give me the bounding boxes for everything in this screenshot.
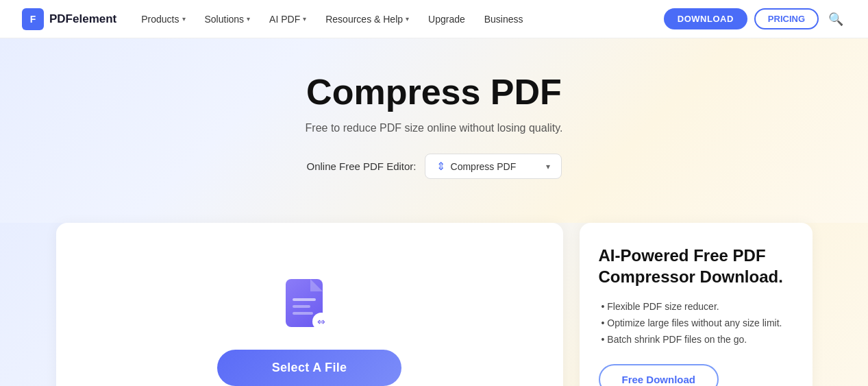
chevron-down-icon: ▾ [247, 15, 250, 23]
feature-item: • Flexible PDF size reducer. [599, 301, 793, 312]
chevron-down-icon: ▾ [303, 15, 306, 23]
nav-links: Products ▾ Solutions ▾ AI PDF ▾ Resource… [133, 8, 664, 30]
dropdown-inner: ⇕ Compress PDF [436, 160, 517, 173]
nav-item-resources[interactable]: Resources & Help ▾ [317, 8, 417, 30]
pricing-button[interactable]: PRICING [754, 8, 819, 29]
nav-item-products[interactable]: Products ▾ [133, 8, 193, 30]
feature-item: • Optimize large files without any size … [599, 317, 793, 328]
chevron-down-icon: ▾ [182, 15, 186, 23]
nav-item-upgrade[interactable]: Upgrade [420, 8, 473, 30]
search-icon[interactable]: 🔍 [826, 9, 846, 29]
free-download-button[interactable]: Free Download [599, 364, 719, 386]
hero-section: Compress PDF Free to reduce PDF size onl… [0, 38, 868, 223]
svg-text:⇔: ⇔ [317, 316, 325, 327]
svg-rect-2 [293, 305, 310, 308]
editor-row: Online Free PDF Editor: ⇕ Compress PDF ▾ [14, 154, 854, 179]
feature-item: • Batch shrink PDF files on the go. [599, 334, 793, 345]
logo-icon: F [22, 8, 44, 30]
editor-dropdown[interactable]: ⇕ Compress PDF ▾ [425, 154, 562, 179]
sidebar-title: AI-Powered Free PDF Compressor Download. [599, 245, 793, 287]
upload-box: ⇔ Select A File Or drag and drop a PDF f… [56, 223, 563, 386]
sidebar-card: AI-Powered Free PDF Compressor Download.… [580, 223, 813, 386]
pdf-svg-icon: ⇔ [286, 279, 330, 330]
sidebar-features-list: • Flexible PDF size reducer. • Optimize … [599, 301, 793, 345]
nav-item-ai-pdf[interactable]: AI PDF ▾ [261, 8, 314, 30]
svg-rect-1 [293, 298, 316, 301]
select-file-button[interactable]: Select A File [217, 350, 402, 386]
chevron-down-icon: ▾ [546, 162, 550, 171]
pdf-file-icon: ⇔ [286, 279, 334, 330]
nav-item-solutions[interactable]: Solutions ▾ [197, 8, 259, 30]
upload-icon-wrap: ⇔ [286, 279, 334, 330]
chevron-down-icon: ▾ [406, 15, 409, 23]
navbar: F PDFelement Products ▾ Solutions ▾ AI P… [0, 0, 868, 38]
logo-text: PDFelement [49, 12, 116, 26]
page-title: Compress PDF [14, 71, 854, 112]
editor-label: Online Free PDF Editor: [306, 160, 416, 172]
compress-icon: ⇕ [436, 160, 445, 173]
main-content: ⇔ Select A File Or drag and drop a PDF f… [0, 223, 868, 386]
dropdown-selected-text: Compress PDF [451, 161, 517, 172]
svg-rect-3 [293, 312, 313, 315]
download-button[interactable]: DOWNLOAD [664, 8, 747, 29]
logo[interactable]: F PDFelement [22, 8, 116, 30]
nav-item-business[interactable]: Business [476, 8, 532, 30]
hero-subtitle: Free to reduce PDF size online without l… [14, 122, 854, 134]
nav-actions: DOWNLOAD PRICING 🔍 [664, 8, 846, 29]
